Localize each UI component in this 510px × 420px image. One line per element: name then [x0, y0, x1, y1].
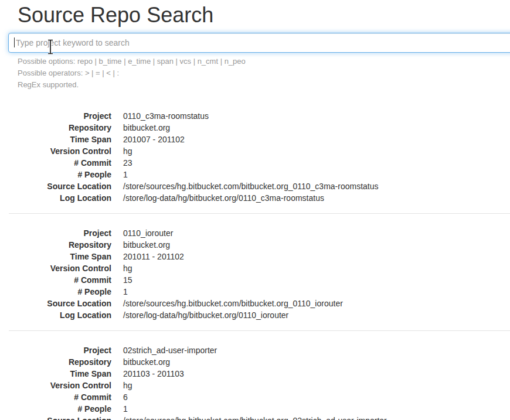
search-help: Possible options: repo | b_time | e_time… — [18, 56, 246, 91]
field-value-source-location: /store/sources/hg.bitbucket.com/bitbucke… — [123, 298, 510, 309]
field-value-commit: 23 — [123, 157, 510, 169]
field-label-commit: # Commit — [18, 391, 111, 403]
field-value-source-location: /store/sources/hg.bitbucket.com/bitbucke… — [123, 415, 510, 420]
field-value-log-location: /store/log-data/hg/bitbucket.org/0110_c3… — [123, 192, 510, 204]
result-record: Project 0110_iorouter Repository bitbuck… — [18, 227, 510, 321]
field-label-source-location: Source Location — [18, 415, 111, 420]
field-value-time-span: 201103 - 201103 — [123, 368, 510, 380]
field-value-time-span: 201007 - 201102 — [123, 134, 510, 145]
field-value-repository: bitbucket.org — [123, 122, 510, 134]
field-label-version-control: Version Control — [18, 145, 111, 157]
field-label-repository: Repository — [18, 356, 111, 368]
field-value-project: 02strich_ad-user-importer — [123, 344, 510, 356]
text-caret — [14, 37, 15, 47]
field-value-version-control: hg — [123, 262, 510, 274]
field-label-version-control: Version Control — [18, 262, 111, 274]
help-options-line: Possible options: repo | b_time | e_time… — [18, 56, 246, 67]
field-label-log-location: Log Location — [18, 192, 111, 204]
field-value-repository: bitbucket.org — [123, 356, 510, 368]
field-label-commit: # Commit — [18, 274, 111, 286]
results-list: Project 0110_c3ma-roomstatus Repository … — [18, 110, 510, 420]
help-regex-line: RegEx supported. — [18, 79, 246, 91]
field-label-project: Project — [18, 227, 111, 239]
field-label-version-control: Version Control — [18, 380, 111, 391]
field-label-time-span: Time Span — [18, 251, 111, 262]
field-label-time-span: Time Span — [18, 134, 111, 145]
field-value-log-location: /store/log-data/hg/bitbucket.org/0110_io… — [123, 309, 510, 321]
field-value-project: 0110_c3ma-roomstatus — [123, 110, 510, 122]
field-value-project: 0110_iorouter — [123, 227, 510, 239]
field-label-source-location: Source Location — [18, 298, 111, 309]
field-label-repository: Repository — [18, 239, 111, 251]
field-label-people: # People — [18, 169, 111, 180]
field-value-time-span: 201011 - 201102 — [123, 251, 510, 262]
result-record: Project 0110_c3ma-roomstatus Repository … — [18, 110, 510, 204]
field-label-project: Project — [18, 110, 111, 122]
field-label-log-location: Log Location — [18, 309, 111, 321]
record-divider — [9, 330, 510, 331]
field-value-people: 1 — [123, 169, 510, 180]
field-label-time-span: Time Span — [18, 368, 111, 380]
field-label-repository: Repository — [18, 122, 111, 134]
field-value-commit: 15 — [123, 274, 510, 286]
field-label-project: Project — [18, 344, 111, 356]
result-record: Project 02strich_ad-user-importer Reposi… — [18, 344, 510, 420]
help-operators-line: Possible operators: > | = | < | : — [18, 67, 246, 79]
field-value-version-control: hg — [123, 380, 510, 391]
page-title: Source Repo Search — [18, 4, 213, 27]
field-value-repository: bitbucket.org — [123, 239, 510, 251]
field-value-people: 1 — [123, 286, 510, 298]
field-label-commit: # Commit — [18, 157, 111, 169]
page: Source Repo Search Possible options: rep… — [0, 0, 510, 420]
field-value-commit: 6 — [123, 391, 510, 403]
field-value-people: 1 — [123, 403, 510, 415]
search-input[interactable] — [8, 33, 510, 53]
field-label-source-location: Source Location — [18, 180, 111, 192]
field-label-people: # People — [18, 286, 111, 298]
record-divider — [9, 213, 510, 214]
field-value-source-location: /store/sources/hg.bitbucket.com/bitbucke… — [123, 180, 510, 192]
field-value-version-control: hg — [123, 145, 510, 157]
field-label-people: # People — [18, 403, 111, 415]
